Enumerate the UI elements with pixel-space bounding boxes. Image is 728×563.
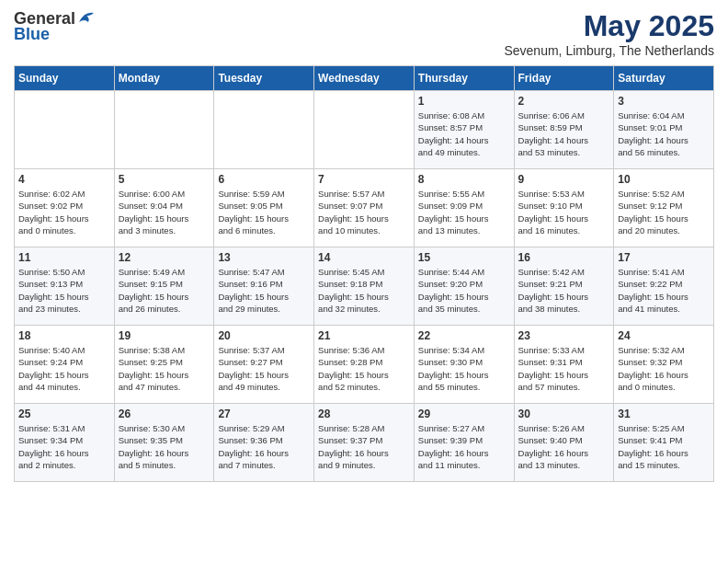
header-tuesday: Tuesday <box>214 66 314 91</box>
calendar-cell <box>314 91 415 169</box>
calendar-cell: 29Sunrise: 5:27 AMSunset: 9:39 PMDayligh… <box>414 404 514 482</box>
calendar-cell: 16Sunrise: 5:42 AMSunset: 9:21 PMDayligh… <box>514 247 614 326</box>
calendar-header-row: SundayMondayTuesdayWednesdayThursdayFrid… <box>15 66 714 91</box>
day-number: 30 <box>518 408 610 420</box>
calendar-cell: 8Sunrise: 5:55 AMSunset: 9:09 PMDaylight… <box>414 169 514 247</box>
day-info: Sunrise: 6:00 AMSunset: 9:04 PMDaylight:… <box>119 188 210 236</box>
day-info: Sunrise: 5:44 AMSunset: 9:20 PMDaylight:… <box>418 266 510 315</box>
day-info: Sunrise: 5:41 AMSunset: 9:22 PMDaylight:… <box>618 266 710 315</box>
calendar-cell <box>214 91 314 169</box>
calendar-cell: 28Sunrise: 5:28 AMSunset: 9:37 PMDayligh… <box>314 404 415 482</box>
day-number: 9 <box>518 173 610 186</box>
calendar-cell: 30Sunrise: 5:26 AMSunset: 9:40 PMDayligh… <box>514 404 614 482</box>
header-monday: Monday <box>114 66 214 91</box>
day-info: Sunrise: 5:34 AMSunset: 9:30 PMDaylight:… <box>418 344 510 393</box>
calendar-cell <box>114 91 214 169</box>
day-info: Sunrise: 5:49 AMSunset: 9:15 PMDaylight:… <box>119 266 210 315</box>
day-number: 1 <box>418 95 510 108</box>
calendar-cell: 17Sunrise: 5:41 AMSunset: 9:22 PMDayligh… <box>614 247 714 326</box>
calendar-cell: 25Sunrise: 5:31 AMSunset: 9:34 PMDayligh… <box>15 404 115 482</box>
page-header: General Blue May 2025 Sevenum, Limburg, … <box>14 9 714 58</box>
calendar-cell: 20Sunrise: 5:37 AMSunset: 9:27 PMDayligh… <box>214 326 314 404</box>
day-number: 2 <box>518 95 610 108</box>
week-row-3: 11Sunrise: 5:50 AMSunset: 9:13 PMDayligh… <box>15 247 714 326</box>
logo-bird-icon <box>77 9 97 26</box>
calendar-cell: 2Sunrise: 6:06 AMSunset: 8:59 PMDaylight… <box>514 91 614 169</box>
day-number: 26 <box>119 408 210 420</box>
logo-blue-text: Blue <box>14 25 50 44</box>
subtitle: Sevenum, Limburg, The Netherlands <box>504 43 714 58</box>
header-sunday: Sunday <box>15 66 115 91</box>
header-saturday: Saturday <box>614 66 714 91</box>
day-info: Sunrise: 5:50 AMSunset: 9:13 PMDaylight:… <box>18 266 110 315</box>
calendar-cell: 11Sunrise: 5:50 AMSunset: 9:13 PMDayligh… <box>15 247 115 326</box>
calendar-cell: 15Sunrise: 5:44 AMSunset: 9:20 PMDayligh… <box>414 247 514 326</box>
title-section: May 2025 Sevenum, Limburg, The Netherlan… <box>504 9 714 58</box>
day-number: 3 <box>618 95 710 108</box>
calendar-cell: 13Sunrise: 5:47 AMSunset: 9:16 PMDayligh… <box>214 247 314 326</box>
header-friday: Friday <box>514 66 614 91</box>
calendar-cell: 26Sunrise: 5:30 AMSunset: 9:35 PMDayligh… <box>114 404 214 482</box>
calendar-cell: 4Sunrise: 6:02 AMSunset: 9:02 PMDaylight… <box>15 169 115 247</box>
calendar-cell: 7Sunrise: 5:57 AMSunset: 9:07 PMDaylight… <box>314 169 415 247</box>
day-info: Sunrise: 5:36 AMSunset: 9:28 PMDaylight:… <box>318 344 410 393</box>
day-info: Sunrise: 5:40 AMSunset: 9:24 PMDaylight:… <box>18 344 110 393</box>
day-info: Sunrise: 5:59 AMSunset: 9:05 PMDaylight:… <box>218 188 310 236</box>
day-info: Sunrise: 6:02 AMSunset: 9:02 PMDaylight:… <box>18 188 110 236</box>
calendar-cell: 3Sunrise: 6:04 AMSunset: 9:01 PMDaylight… <box>614 91 714 169</box>
month-title: May 2025 <box>504 9 714 43</box>
day-info: Sunrise: 5:37 AMSunset: 9:27 PMDaylight:… <box>218 344 310 393</box>
day-number: 5 <box>119 173 210 186</box>
day-number: 10 <box>618 173 710 186</box>
day-info: Sunrise: 5:45 AMSunset: 9:18 PMDaylight:… <box>318 266 410 315</box>
day-number: 7 <box>318 173 410 186</box>
week-row-2: 4Sunrise: 6:02 AMSunset: 9:02 PMDaylight… <box>15 169 714 247</box>
calendar-cell: 12Sunrise: 5:49 AMSunset: 9:15 PMDayligh… <box>114 247 214 326</box>
day-number: 16 <box>518 251 610 264</box>
calendar-cell: 23Sunrise: 5:33 AMSunset: 9:31 PMDayligh… <box>514 326 614 404</box>
calendar-cell: 31Sunrise: 5:25 AMSunset: 9:41 PMDayligh… <box>614 404 714 482</box>
day-info: Sunrise: 5:31 AMSunset: 9:34 PMDaylight:… <box>18 422 110 471</box>
day-info: Sunrise: 5:33 AMSunset: 9:31 PMDaylight:… <box>518 344 610 393</box>
calendar-cell: 14Sunrise: 5:45 AMSunset: 9:18 PMDayligh… <box>314 247 415 326</box>
day-number: 18 <box>18 329 110 342</box>
calendar-cell: 21Sunrise: 5:36 AMSunset: 9:28 PMDayligh… <box>314 326 415 404</box>
day-number: 25 <box>18 408 110 420</box>
calendar-cell: 18Sunrise: 5:40 AMSunset: 9:24 PMDayligh… <box>15 326 115 404</box>
day-info: Sunrise: 5:57 AMSunset: 9:07 PMDaylight:… <box>318 188 410 236</box>
calendar-cell: 1Sunrise: 6:08 AMSunset: 8:57 PMDaylight… <box>414 91 514 169</box>
calendar-table: SundayMondayTuesdayWednesdayThursdayFrid… <box>14 65 714 482</box>
day-info: Sunrise: 5:53 AMSunset: 9:10 PMDaylight:… <box>518 188 610 236</box>
day-info: Sunrise: 6:08 AMSunset: 8:57 PMDaylight:… <box>418 109 510 158</box>
week-row-1: 1Sunrise: 6:08 AMSunset: 8:57 PMDaylight… <box>15 91 714 169</box>
day-number: 17 <box>618 251 710 264</box>
day-number: 19 <box>119 329 210 342</box>
day-number: 8 <box>418 173 510 186</box>
day-info: Sunrise: 5:25 AMSunset: 9:41 PMDaylight:… <box>618 422 710 471</box>
day-number: 24 <box>618 329 710 342</box>
day-info: Sunrise: 5:38 AMSunset: 9:25 PMDaylight:… <box>119 344 210 393</box>
day-number: 27 <box>218 408 310 420</box>
header-thursday: Thursday <box>414 66 514 91</box>
calendar-cell: 24Sunrise: 5:32 AMSunset: 9:32 PMDayligh… <box>614 326 714 404</box>
day-info: Sunrise: 5:29 AMSunset: 9:36 PMDaylight:… <box>218 422 310 471</box>
week-row-5: 25Sunrise: 5:31 AMSunset: 9:34 PMDayligh… <box>15 404 714 482</box>
logo: General Blue <box>14 9 97 44</box>
calendar-cell: 9Sunrise: 5:53 AMSunset: 9:10 PMDaylight… <box>514 169 614 247</box>
calendar-cell: 27Sunrise: 5:29 AMSunset: 9:36 PMDayligh… <box>214 404 314 482</box>
day-info: Sunrise: 5:42 AMSunset: 9:21 PMDaylight:… <box>518 266 610 315</box>
day-info: Sunrise: 6:06 AMSunset: 8:59 PMDaylight:… <box>518 109 610 158</box>
day-number: 29 <box>418 408 510 420</box>
day-info: Sunrise: 5:27 AMSunset: 9:39 PMDaylight:… <box>418 422 510 471</box>
day-info: Sunrise: 5:30 AMSunset: 9:35 PMDaylight:… <box>119 422 210 471</box>
day-info: Sunrise: 6:04 AMSunset: 9:01 PMDaylight:… <box>618 109 710 158</box>
calendar-cell <box>15 91 115 169</box>
day-number: 15 <box>418 251 510 264</box>
day-info: Sunrise: 5:47 AMSunset: 9:16 PMDaylight:… <box>218 266 310 315</box>
day-info: Sunrise: 5:52 AMSunset: 9:12 PMDaylight:… <box>618 188 710 236</box>
day-number: 22 <box>418 329 510 342</box>
day-number: 6 <box>218 173 310 186</box>
calendar-cell: 19Sunrise: 5:38 AMSunset: 9:25 PMDayligh… <box>114 326 214 404</box>
calendar-cell: 5Sunrise: 6:00 AMSunset: 9:04 PMDaylight… <box>114 169 214 247</box>
header-wednesday: Wednesday <box>314 66 415 91</box>
